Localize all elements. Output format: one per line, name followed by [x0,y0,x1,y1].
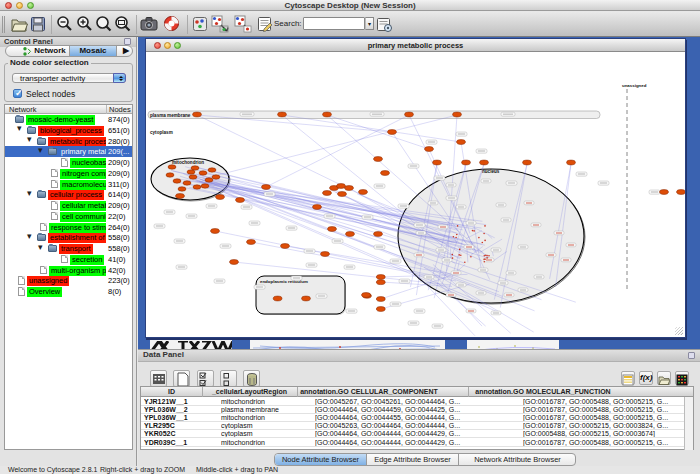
svg-text:unassigned: unassigned [622,83,647,88]
svg-text:cytoplasm: cytoplasm [150,130,173,135]
svg-text:nucleus: nucleus [482,169,500,174]
svg-text:plasma membrane: plasma membrane [150,113,191,118]
svg-text:mitochondrion: mitochondrion [172,160,204,165]
